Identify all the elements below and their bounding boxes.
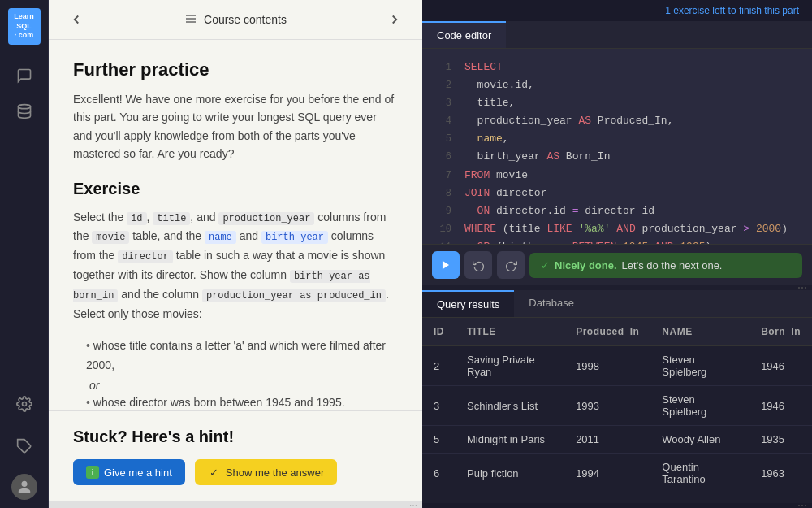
svg-point-1 [22,402,26,406]
run-button[interactable] [432,251,460,279]
code-line-2: 2 movie.id, [422,76,812,94]
answer-button-label: Show me the answer [226,467,324,479]
code-line-6: 6 birth_year AS Born_In [422,148,812,166]
line-num-1: 1 [432,59,451,76]
table-row: 5Midnight in Paris2011Woody Allen1935 [422,426,812,454]
table-cell: Pulp fiction [456,454,564,493]
left-panel-resize[interactable]: ⋯ [49,501,422,508]
exercise-title: Exercise [73,180,398,198]
nav-back-button[interactable] [65,8,88,31]
top-nav: Course contents [49,0,422,40]
col-header-name: NAME [650,318,749,346]
col-header-produced-in: Produced_In [564,318,650,346]
right-panel: 1 exercise left to finish this part Code… [422,0,812,508]
bullet-list: whose title contains a letter 'a' and wh… [73,336,398,376]
line-num-3: 3 [432,94,451,111]
editor-tabs: Code editor [422,21,812,49]
code-id: id [127,212,146,225]
code-production-year: production_year [218,212,314,225]
code-line-8: 8 JOIN director [422,185,812,202]
reset-button[interactable] [464,251,492,279]
table-cell: Quentin Tarantino [650,454,749,493]
sidebar-item-settings[interactable] [10,389,39,419]
sidebar-item-puzzle[interactable] [10,432,39,461]
line-num-6: 6 [432,148,451,165]
give-hint-button[interactable]: i Give me a hint [73,459,185,485]
line-num-9: 9 [432,202,451,219]
table-cell: Woody Allen [650,426,749,454]
nav-forward-button[interactable] [383,8,406,31]
hint-button-label: Give me a hint [104,467,172,479]
code-text-2: movie.id, [464,76,534,94]
table-cell: Pedro Almodóvar [650,493,749,504]
code-line-9: 9 ON director.id = director_id [422,202,812,220]
sidebar-item-database[interactable] [10,97,39,126]
code-text-9: ON director.id = director_id [464,202,654,220]
line-num-11: 11 [432,238,451,244]
col-header-born-in: Born_In [749,318,812,346]
hamburger-icon [184,12,197,28]
code-editor-panel: Code editor 1 SELECT 2 movie.id, 3 title… [422,21,812,290]
tab-query-results[interactable]: Query results [422,290,514,317]
success-banner: ✓ Nicely done. Let's do the next one. [529,253,802,278]
success-next-text: Let's do the next one. [622,259,723,271]
table-header-row: ID TITLE Produced_In NAME Born_In [422,318,812,346]
logo[interactable]: Learn SQL · com [8,8,41,45]
line-num-7: 7 [432,167,451,184]
tab-database-label: Database [529,297,574,309]
hint-icon: i [86,466,99,479]
table-cell: 1946 [749,386,812,426]
section-title: Further practice [73,59,398,80]
bullet-list-2: whose director was born between 1945 and… [73,393,398,410]
code-text-8: JOIN director [464,185,546,202]
exercise-count: 1 [665,5,671,16]
course-contents-label: Course contents [204,13,287,26]
table-cell: Steven Spielberg [650,346,749,386]
code-text-5: name, [464,130,509,148]
results-tabs: Query results Database [422,290,812,318]
table-cell: 1935 [749,426,812,454]
table-row: 2Saving Private Ryan1998Steven Spielberg… [422,346,812,386]
table-cell: Talk to her [456,493,564,504]
table-row: 7Talk to her2002Pedro Almodóvar1949 [422,493,812,504]
table-cell: 2002 [564,493,650,504]
show-answer-button[interactable]: ✓ Show me the answer [195,459,337,485]
results-resize-handle[interactable]: ⋯ [422,503,812,508]
tab-code-editor[interactable]: Code editor [422,21,506,48]
sidebar-bottom [10,389,39,500]
exercise-counter-suffix: exercise left to finish this part [671,5,799,16]
sidebar-item-chat[interactable] [10,61,39,90]
content-scroll: Further practice Excellent! We have one … [49,40,422,410]
editor-toolbar: ✓ Nicely done. Let's do the next one. [422,244,812,285]
logo-line3: · com [15,31,34,39]
user-avatar[interactable] [11,474,37,500]
table-cell: 2 [422,346,456,386]
code-line-4: 4 production_year AS Produced_In, [422,112,812,130]
code-text-4: production_year AS Produced_In, [464,112,673,130]
tab-database[interactable]: Database [514,290,589,317]
logo-line2: SQL [16,22,32,30]
forward-button[interactable] [497,251,525,279]
table-cell: 1946 [749,346,812,386]
code-line-3: 3 title, [422,94,812,112]
resize-corner-icon: ⋯ [797,500,807,508]
hint-title: Stuck? Here's a hint! [73,428,398,446]
check-icon: ✓ [208,466,221,479]
code-text-1: SELECT [464,59,503,76]
tab-code-editor-label: Code editor [437,29,491,41]
table-cell: Midnight in Paris [456,426,564,454]
table-cell: 3 [422,386,456,426]
line-num-2: 2 [432,76,451,93]
section-body: Excellent! We have one more exercise for… [73,90,398,163]
line-num-4: 4 [432,112,451,129]
code-alias2: production_year as produced_in [202,289,386,302]
svg-marker-6 [443,261,449,270]
code-line-10: 10 WHERE (title LIKE '%a%' AND productio… [422,220,812,238]
code-text-11: OR (birth_year BETWEEN 1945 AND 1995); [464,238,718,244]
course-contents-button[interactable]: Course contents [184,12,287,28]
code-name: name [205,231,236,244]
table-row: 3Schindler's List1993Steven Spielberg194… [422,386,812,426]
line-num-5: 5 [432,130,451,147]
col-header-id: ID [422,318,456,346]
code-area[interactable]: 1 SELECT 2 movie.id, 3 title, 4 producti… [422,49,812,244]
